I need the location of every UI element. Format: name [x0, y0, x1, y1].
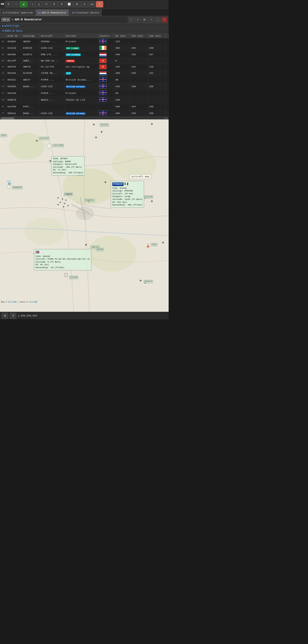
- close-button[interactable]: ✕: [161, 17, 167, 22]
- icao-id: 405ee1: [6, 110, 22, 117]
- aircraft-bottom-r1[interactable]: ✈: [85, 242, 87, 247]
- gear-icon[interactable]: ⚙: [11, 18, 13, 21]
- scroll-spacer: [166, 70, 169, 76]
- aircraft-icon-afl[interactable]: ✈: [36, 138, 38, 143]
- ryanair-logo: RYANAIR: [112, 182, 123, 186]
- tab-icon-3: ◀S: [72, 12, 75, 14]
- map-svg: [0, 120, 169, 312]
- aircraft-bottom-far[interactable]: ✈: [140, 278, 142, 283]
- table-row[interactable]: 734063deBAW8...A320-232British Airways 4…: [0, 83, 169, 90]
- aircraft-london-7[interactable]: ✈: [67, 204, 69, 208]
- aircraft-right-2[interactable]: ✈: [151, 198, 153, 204]
- tower-burnham: 📡: [7, 180, 12, 185]
- as-button[interactable]: AS: [88, 1, 96, 8]
- gs-value: 448: [114, 52, 130, 58]
- aircraft-map[interactable]: ✈ ✈ ✈ ✈ ✈ ✈ ✈ ✈ ✈ ✈ ✈ ✈ ✈ ✈ ✈ ✈ ✈ ✈ ✈ ✈ …: [0, 120, 169, 312]
- ias-value: 231: [148, 70, 165, 76]
- ias-value: [148, 58, 165, 64]
- aircraft-icon-3[interactable]: ✈: [95, 135, 97, 140]
- table-row[interactable]: 71484164KLM24E737NG 8K...KLM 460438231: [0, 70, 169, 76]
- grid-button[interactable]: ⊞: [73, 1, 80, 8]
- signal-button[interactable]: ☈: [43, 1, 50, 8]
- col-icao[interactable]: ICAO ID: [6, 34, 22, 38]
- refresh-button[interactable]: ↺: [10, 313, 16, 319]
- tas-value: 450: [130, 83, 148, 90]
- callsign: SWR3...: [22, 58, 39, 64]
- col-tas[interactable]: TAS (kn): [130, 34, 148, 38]
- svg-point-5: [87, 236, 136, 272]
- callsign: KLM24E: [22, 70, 39, 76]
- aircraft-london-8[interactable]: ✈: [63, 205, 64, 209]
- col-callsign[interactable]: Callsign: [22, 34, 39, 38]
- window-button[interactable]: ⬜: [66, 1, 73, 8]
- table-row[interactable]: 764ca7b5RYR7...468434246: [0, 103, 169, 110]
- aircraft-london-6[interactable]: ✈: [57, 202, 59, 206]
- aircraft-icon-2[interactable]: ✈: [100, 129, 103, 134]
- table-row[interactable]: 66403db4GBXGVCESSNA ...Private 123: [0, 38, 169, 45]
- tab-adsb-demodulator[interactable]: ◀S ADS-B Demodulator: [35, 9, 69, 16]
- star-button[interactable]: ☆: [12, 1, 20, 8]
- table-row[interactable]: 6848548eKLM27UEMB-175 ...KLM cityhop 448…: [0, 52, 169, 58]
- tas-value: [130, 96, 148, 103]
- carto-db-link2[interactable]: CartoDB: [28, 301, 37, 303]
- data-row[interactable]: ▼▼ADS-B Data: [0, 28, 169, 34]
- table-row[interactable]: 72403321GBSYYPIPER ...British Disabl... …: [0, 76, 169, 83]
- aircraft-london-2[interactable]: ✈: [62, 197, 63, 201]
- swap-button[interactable]: ⇅: [50, 1, 58, 8]
- detach-button[interactable]: ⛶: [155, 17, 161, 22]
- label-edc828: EDC828: [100, 124, 109, 126]
- airline-cell: KLM cityhop: [64, 52, 98, 58]
- tab-label-2: ADS-B Demodulator: [41, 12, 66, 14]
- fullscreen-button[interactable]: ⤢: [148, 17, 154, 22]
- table-row[interactable]: 74404166PIPER ...Private 85: [0, 90, 169, 96]
- aircraft-icon-edc828[interactable]: ✈: [151, 122, 153, 126]
- col-country[interactable]: Country: [98, 34, 114, 38]
- gr0dc-icao: ICAO: 4070b4: [53, 158, 83, 160]
- menu-button[interactable]: ☰: [5, 1, 12, 8]
- table-row[interactable]: 694b17dfSWR3...BD-500-1A...+SWISS + 0: [0, 58, 169, 64]
- table-row[interactable]: 75400978BEECH ...Thales Uk Ltd 200: [0, 96, 169, 103]
- tab-fileinput-spectrum[interactable]: ◀S FileInput Spectrum: [0, 9, 35, 16]
- aircraft-london-4[interactable]: ✈: [59, 200, 61, 204]
- aircraft-icon-gr0dc[interactable]: ✈: [49, 158, 52, 163]
- help-button[interactable]: ?: [128, 17, 134, 22]
- table-row[interactable]: 674ca13dEIN525A320-214Aer Lingus 3964462…: [0, 45, 169, 52]
- country-flag: [98, 38, 114, 45]
- table-row[interactable]: 704b0f59HBFVDPC-12/47EAir-corviglia Ag +…: [0, 64, 169, 70]
- add-button[interactable]: ⊕: [2, 313, 8, 319]
- tab-fileinput-device[interactable]: ◀S FileInput Device: [69, 9, 102, 16]
- col-airline[interactable]: Airline: [64, 34, 98, 38]
- h-scroll-thumb[interactable]: [1, 118, 14, 119]
- carto-db-link1[interactable]: CartoDB: [8, 301, 16, 303]
- swap2-button[interactable]: ⇅: [58, 1, 65, 8]
- label-ockham: OCKHAM: [69, 276, 78, 279]
- expand-button[interactable]: ↗: [135, 17, 140, 22]
- settings-row[interactable]: ▶▶Settings: [0, 23, 169, 28]
- aircraft-london-1[interactable]: ✈: [57, 196, 59, 200]
- tas-value: 438: [130, 70, 148, 76]
- col-aircraft[interactable]: Aircraft: [39, 34, 64, 38]
- col-ias[interactable]: IAS (kn): [148, 34, 165, 38]
- icao-id: 404166: [6, 90, 22, 96]
- table-row[interactable]: 77405ee1BAW5...A320-232British Airways 4…: [0, 110, 169, 117]
- col-gs[interactable]: GS (kn): [114, 34, 130, 38]
- ryanair-gs: GS: 254 (kn): [112, 201, 142, 204]
- row-number: 70: [0, 64, 6, 70]
- t-button[interactable]: T: [96, 1, 103, 8]
- piper-icao: ICAO: 404166: [35, 255, 90, 258]
- country-flag: [98, 70, 114, 76]
- wave-button[interactable]: (): [35, 1, 42, 8]
- run-button[interactable]: ■: [20, 1, 27, 8]
- aircraft-type: CESSNA ...: [39, 38, 64, 45]
- s-button[interactable]: S: [81, 1, 88, 8]
- tas-value: 438: [130, 110, 148, 117]
- aircraft-icon-1[interactable]: ✈: [93, 122, 95, 127]
- horizontal-scrollbar[interactable]: ◀ ▶: [0, 117, 169, 120]
- aircraft-far-right[interactable]: ✈: [162, 240, 164, 245]
- aircraft-ryanair[interactable]: ✈: [104, 180, 107, 184]
- split-button[interactable]: ⋮|: [28, 1, 35, 8]
- layout-button[interactable]: ⊞: [141, 17, 147, 22]
- gs-value: 396: [114, 45, 130, 52]
- tab-icon-2: ◀S: [38, 12, 41, 14]
- tas-value: 434: [130, 103, 148, 110]
